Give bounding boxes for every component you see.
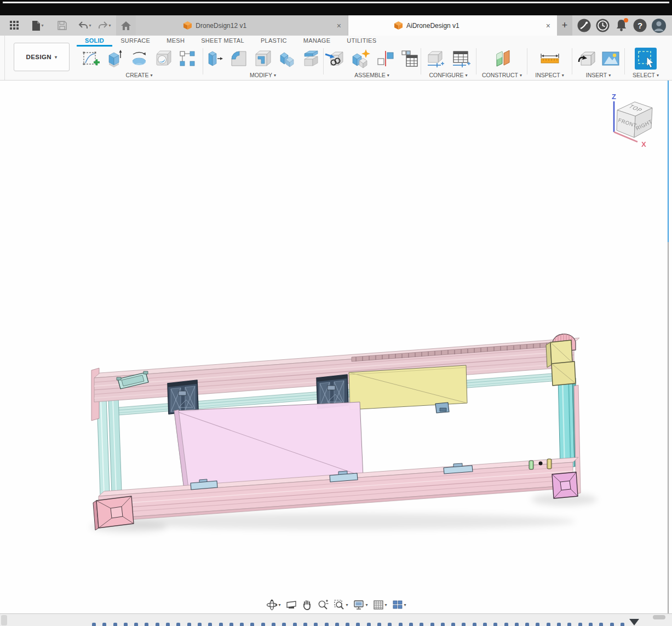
help-button[interactable]: ?	[633, 18, 647, 33]
construct-menu[interactable]: CONSTRUCT▾	[482, 72, 522, 78]
save-button[interactable]	[54, 18, 70, 34]
timeline-feature-marker[interactable]	[451, 623, 455, 626]
timeline-feature-marker[interactable]	[462, 623, 466, 626]
canvas-image-tool[interactable]	[601, 49, 621, 68]
hole-tool[interactable]	[153, 49, 173, 68]
timeline-feature-marker[interactable]	[261, 623, 265, 626]
configure-feature-tool[interactable]	[425, 48, 446, 69]
workspace-selector[interactable]: DESIGN ▾	[14, 43, 70, 71]
timeline-feature-marker[interactable]	[113, 623, 117, 626]
timeline-feature-marker[interactable]	[303, 623, 307, 626]
timeline-feature-marker[interactable]	[578, 623, 582, 626]
modify-menu[interactable]: MODIFY▾	[250, 72, 276, 78]
create-menu[interactable]: CREATE▾	[126, 72, 153, 78]
timeline-feature-marker[interactable]	[441, 623, 445, 626]
timeline-feature-marker[interactable]	[176, 623, 180, 626]
timeline-feature-marker[interactable]	[399, 623, 403, 626]
timeline-feature-marker[interactable]	[504, 623, 508, 626]
split-body-tool[interactable]	[301, 49, 321, 68]
timeline-feature-marker[interactable]	[145, 623, 148, 626]
timeline-feature-marker[interactable]	[282, 623, 286, 626]
extensions-button[interactable]	[577, 18, 591, 33]
timeline-feature-marker[interactable]	[293, 623, 297, 626]
home-view-button[interactable]	[116, 15, 136, 36]
file-menu-button[interactable]: ▾	[30, 18, 46, 34]
timeline-feature-marker[interactable]	[156, 623, 159, 626]
timeline-feature-marker[interactable]	[536, 623, 539, 626]
combine-tool[interactable]	[277, 49, 297, 68]
timeline-feature-marker[interactable]	[525, 623, 529, 626]
timeline-scrollbar[interactable]	[653, 615, 665, 619]
tab-mesh[interactable]: MESH	[158, 36, 193, 47]
select-menu[interactable]: SELECT▾	[633, 72, 659, 78]
tab-plastic[interactable]: PLASTIC	[252, 36, 295, 47]
joint-tool[interactable]	[376, 49, 395, 68]
construction-plane-tool[interactable]	[492, 48, 513, 69]
timeline-feature-marker[interactable]	[92, 623, 96, 626]
timeline-feature-marker[interactable]	[493, 623, 497, 626]
timeline-left-scroll[interactable]	[1, 615, 7, 625]
insert-part-tool[interactable]	[577, 49, 596, 68]
timeline-feature-marker[interactable]	[229, 623, 233, 626]
tab-solid[interactable]: SOLID	[77, 36, 112, 47]
measure-tool[interactable]	[539, 49, 561, 68]
timeline-feature-marker[interactable]	[240, 623, 244, 626]
pan-button[interactable]	[300, 599, 313, 611]
grid-layout-button[interactable]: ▾	[372, 599, 388, 611]
timeline-feature-marker[interactable]	[124, 623, 128, 626]
select-tool[interactable]	[635, 48, 657, 70]
timeline-feature-marker[interactable]	[557, 623, 561, 626]
configure-menu[interactable]: CONFIGURE▾	[429, 72, 467, 78]
timeline-feature-marker[interactable]	[335, 623, 339, 626]
close-tab-icon[interactable]: ×	[545, 21, 552, 30]
zoom-window-button[interactable]: ▾	[332, 598, 349, 611]
document-tab-aidronedesign[interactable]: AiDroneDesign v1 ×	[348, 15, 557, 36]
timeline-feature-marker[interactable]	[102, 623, 106, 626]
inspect-menu[interactable]: INSPECT▾	[535, 72, 564, 78]
viewcube[interactable]: Z X TOP FRONT RIGHT	[612, 93, 653, 148]
document-tab-dronedsign12[interactable]: DroneDsign12 v1 ×	[136, 15, 348, 36]
timeline-feature-marker[interactable]	[621, 623, 624, 626]
timeline-feature-marker[interactable]	[134, 623, 138, 626]
close-tab-icon[interactable]: ×	[336, 21, 342, 30]
tab-utilities[interactable]: UTILITIES	[338, 36, 384, 47]
timeline-feature-marker[interactable]	[367, 623, 371, 626]
undo-button[interactable]: ▾	[77, 18, 93, 34]
timeline-feature-marker[interactable]	[250, 623, 254, 626]
timeline-playhead[interactable]	[629, 619, 639, 625]
timeline-feature-marker[interactable]	[377, 623, 381, 626]
revolve-tool[interactable]	[129, 49, 149, 68]
model-carriage-left[interactable]	[168, 380, 198, 414]
timeline-feature-marker[interactable]	[219, 623, 223, 626]
model-yellow-panel[interactable]	[349, 365, 467, 413]
timeline-feature-marker[interactable]	[567, 623, 571, 626]
timeline-feature-marker[interactable]	[473, 623, 476, 626]
notifications-button[interactable]	[614, 18, 629, 33]
bom-table-tool[interactable]	[400, 49, 420, 68]
tab-manage[interactable]: MANAGE	[295, 36, 338, 47]
timeline-feature-marker[interactable]	[430, 623, 434, 626]
timeline-feature-marker[interactable]	[314, 623, 318, 626]
profile-avatar[interactable]	[651, 18, 666, 33]
create-sketch-tool[interactable]	[81, 49, 101, 68]
display-settings-button[interactable]: ▾	[352, 599, 369, 611]
timeline-feature-marker[interactable]	[346, 623, 349, 626]
timeline-feature-marker[interactable]	[610, 623, 614, 626]
timeline-feature-marker[interactable]	[515, 623, 519, 626]
press-pull-tool[interactable]	[205, 49, 225, 68]
model-corner-bracket-right[interactable]	[552, 472, 578, 498]
timeline-feature-marker[interactable]	[187, 623, 191, 626]
timeline-feature-marker[interactable]	[388, 623, 392, 626]
tab-surface[interactable]: SURFACE	[112, 36, 158, 47]
timeline-feature-marker[interactable]	[166, 623, 170, 626]
timeline-feature-marker[interactable]	[272, 623, 275, 626]
shell-tool[interactable]	[253, 49, 273, 68]
rectangular-pattern-tool[interactable]	[177, 49, 197, 68]
redo-button[interactable]: ▾	[96, 18, 113, 34]
job-status-button[interactable]	[595, 18, 610, 33]
look-at-button[interactable]	[284, 599, 297, 611]
fillet-tool[interactable]	[229, 49, 249, 68]
timeline-feature-marker[interactable]	[325, 623, 329, 626]
new-tab-button[interactable]: +	[557, 15, 572, 36]
timeline-feature-marker[interactable]	[599, 623, 603, 626]
